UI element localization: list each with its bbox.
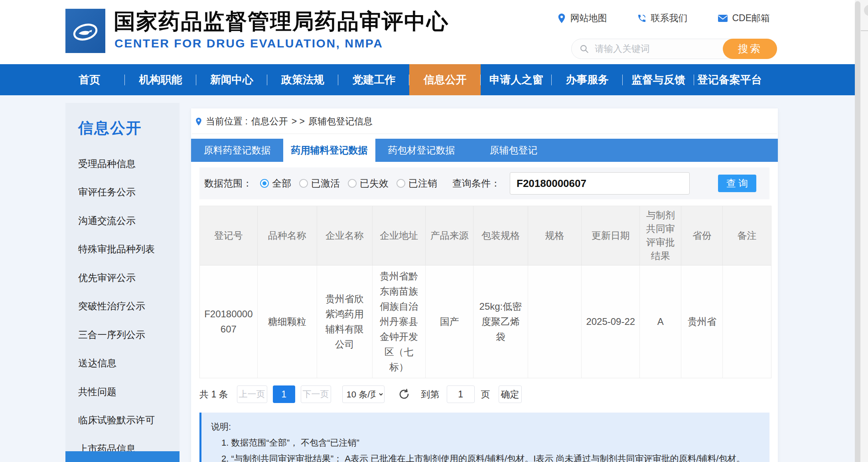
col-update-date: 更新日期 (582, 206, 640, 265)
goto-page-input[interactable] (447, 385, 475, 403)
sidebar-item-clinical-trial[interactable]: 临床试验默示许可 (65, 406, 180, 435)
radio-cancelled-label: 已注销 (408, 177, 437, 190)
next-page-button[interactable]: 下一页 (301, 385, 331, 403)
cell-spec (528, 265, 582, 378)
sidebar-item-communication[interactable]: 沟通交流公示 (65, 206, 180, 235)
nav-item-applicant[interactable]: 申请人之窗 (481, 64, 552, 95)
tab-raw-aux-pack[interactable]: 原辅包登记 (468, 139, 560, 162)
cde-logo (65, 9, 105, 53)
goto-confirm-button[interactable]: 确定 (499, 385, 522, 403)
sidebar-item-delivery-info[interactable]: 送达信息 (65, 349, 180, 378)
col-variety-name: 品种名称 (257, 206, 317, 265)
radio-cancelled[interactable]: 已注销 (397, 177, 437, 190)
cell-province: 贵州省 (681, 265, 723, 378)
nav-item-home[interactable]: 首页 (54, 64, 125, 95)
window-edge-line (861, 30, 868, 31)
tab-packaging-data[interactable]: 药包材登记数据 (375, 139, 468, 162)
col-product-origin: 产品来源 (426, 206, 473, 265)
query-label: 查询条件： (452, 177, 500, 190)
sidebar-item-breakthrough-therapy[interactable]: 突破性治疗公示 (65, 292, 180, 321)
pagination: 共 1 条 上一页 1 下一页 10 条/页 到第 页 确定 (199, 385, 769, 403)
cell-company-name: 贵州省欣紫鸿药用辅料有限公司 (317, 265, 372, 378)
refresh-icon[interactable] (398, 388, 410, 400)
breadcrumb-root[interactable]: 信息公开 (251, 115, 288, 128)
sitemap-link[interactable]: 网站地图 (557, 12, 607, 24)
prev-page-button[interactable]: 上一页 (237, 385, 267, 403)
nav-item-policies[interactable]: 政策法规 (267, 64, 338, 95)
goto-label: 到第 (421, 388, 440, 401)
nav-item-party[interactable]: 党建工作 (338, 64, 409, 95)
envelope-icon (718, 14, 728, 23)
cde-logo-icon (69, 13, 102, 49)
breadcrumb-label: 当前位置 : (206, 115, 248, 128)
contact-link[interactable]: 联系我们 (637, 12, 687, 24)
radio-expired[interactable]: 已失效 (348, 177, 389, 190)
pagination-total: 共 1 条 (199, 388, 228, 401)
site-header: 国家药品监督管理局药品审评中心 CENTER FOR DRUG EVALUATI… (0, 0, 855, 64)
radio-expired-icon (348, 179, 357, 188)
sidebar-item-common-issues[interactable]: 共性问题 (65, 377, 180, 406)
query-button[interactable]: 查 询 (718, 175, 756, 192)
tab-api-data[interactable]: 原料药登记数据 (191, 139, 283, 162)
col-province: 省份 (681, 206, 723, 265)
note-item-2: 2. “与制剂共同审评审批结果”： A表示 已批准在上市制剂使用的原料/辅料/包… (211, 451, 760, 462)
cell-product-origin: 国产 (426, 265, 473, 378)
col-remark: 备注 (723, 206, 771, 265)
nav-item-registration-platform[interactable]: 登记备案平台 (694, 64, 765, 95)
mailbox-label: CDE邮箱 (732, 12, 770, 24)
tab-excipient-data[interactable]: 药用辅料登记数据 (283, 139, 375, 162)
sidebar: 信息公开 受理品种信息 审评任务公示 沟通交流公示 特殊审批品种列表 优先审评公… (65, 103, 180, 462)
main-nav-list: 首页 机构职能 新闻中心 政策法规 党建工作 信息公开 申请人之窗 办事服务 监… (0, 64, 855, 95)
note-title: 说明: (211, 419, 760, 435)
site-search: 搜索 (571, 39, 777, 59)
sidebar-active-item[interactable] (65, 451, 180, 462)
page: 国家药品监督管理局药品审评中心 CENTER FOR DRUG EVALUATI… (0, 0, 855, 462)
window-edge-strip (860, 0, 868, 462)
nav-item-functions[interactable]: 机构职能 (125, 64, 196, 95)
nav-item-supervision[interactable]: 监督与反馈 (623, 64, 694, 95)
search-icon (579, 44, 590, 54)
table-row: F20180000607 糖细颗粒 贵州省欣紫鸿药用辅料有限公司 贵州省黔东南苗… (200, 265, 771, 378)
radio-activated-icon (299, 179, 308, 188)
query-input[interactable] (510, 172, 690, 195)
sidebar-item-three-in-one[interactable]: 三合一序列公示 (65, 320, 180, 349)
search-button[interactable]: 搜索 (723, 39, 777, 59)
radio-all[interactable]: 全部 (260, 177, 291, 190)
nav-item-services[interactable]: 办事服务 (552, 64, 623, 95)
col-spec: 规格 (528, 206, 582, 265)
nav-item-news[interactable]: 新闻中心 (196, 64, 267, 95)
sidebar-item-special-approval[interactable]: 特殊审批品种列表 (65, 235, 180, 264)
scrollbar[interactable] (855, 1, 860, 462)
page-1-button[interactable]: 1 (273, 385, 295, 403)
filter-bar: 数据范围： 全部 已激活 已失效 已注销 查询条件： 查 询 (199, 167, 769, 199)
col-joint-review-result: 与制剂共同审评审批结果 (640, 206, 681, 265)
cell-joint-review-result: A (640, 265, 681, 378)
nav-item-info-disclosure[interactable]: 信息公开 (409, 64, 480, 95)
cell-remark (723, 265, 771, 378)
cell-update-date: 2025-09-22 (582, 265, 640, 378)
sidebar-item-accepted-varieties[interactable]: 受理品种信息 (65, 149, 180, 178)
sidebar-list: 受理品种信息 审评任务公示 沟通交流公示 特殊审批品种列表 优先审评公示 突破性… (65, 149, 180, 462)
sidebar-item-review-tasks[interactable]: 审评任务公示 (65, 178, 180, 207)
cell-registration-no: F20180000607 (200, 265, 258, 378)
main-nav: 首页 机构职能 新闻中心 政策法规 党建工作 信息公开 申请人之窗 办事服务 监… (0, 64, 855, 95)
goto-unit: 页 (481, 388, 490, 401)
site-title: 国家药品监督管理局药品审评中心 (114, 7, 449, 36)
table-header-row: 登记号 品种名称 企业名称 企业地址 产品来源 包装规格 规格 更新日期 与制剂… (200, 206, 771, 265)
sidebar-item-priority-review[interactable]: 优先审评公示 (65, 263, 180, 292)
site-subtitle: CENTER FOR DRUG EVALUATION, NMPA (114, 37, 383, 50)
radio-activated-label: 已激活 (311, 177, 340, 190)
scope-label: 数据范围： (204, 177, 252, 190)
dataset-tabs: 原料药登记数据 药用辅料登记数据 药包材登记数据 原辅包登记 (191, 139, 778, 162)
content-panel: 当前位置 : 信息公开 > > 原辅包登记信息 原料药登记数据 药用辅料登记数据… (191, 108, 778, 462)
radio-activated[interactable]: 已激活 (299, 177, 340, 190)
breadcrumb-pin-icon (195, 117, 202, 126)
page-size-select[interactable]: 10 条/页 (342, 385, 385, 403)
cell-company-address: 贵州省黔东南苗族侗族自治州丹寨县金钟开发区（七标） (372, 265, 425, 378)
phone-icon (637, 14, 647, 23)
breadcrumb-separator: > > (292, 116, 305, 127)
note-item-1: 1. 数据范围“全部”， 不包含“已注销” (211, 435, 760, 451)
col-company-address: 企业地址 (372, 206, 425, 265)
radio-cancelled-icon (397, 179, 405, 188)
mailbox-link[interactable]: CDE邮箱 (718, 12, 770, 24)
